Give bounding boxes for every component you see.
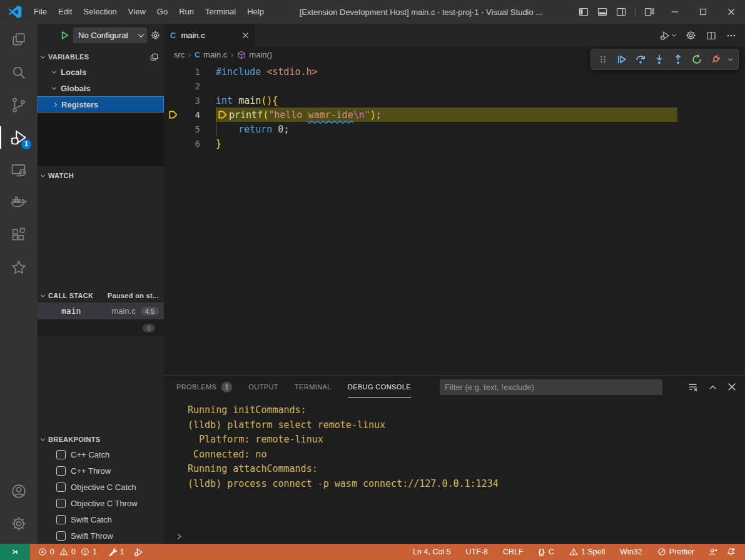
toolbar-drag-grip[interactable] [595,51,611,68]
code-line-2[interactable]: 2 [164,79,745,93]
customize-layout-icon[interactable] [644,7,654,17]
breakpoint-checkbox[interactable] [56,499,66,508]
continue-icon[interactable] [614,51,630,68]
step-out-icon[interactable] [670,51,686,68]
close-tab-icon[interactable] [242,32,249,39]
step-over-icon[interactable] [632,51,649,68]
platform-status[interactable]: Win32 [616,548,646,556]
spell-checker-status[interactable]: 1 Spell [565,548,609,556]
stack-frame-row[interactable]: main main.c 4:5 [38,302,164,319]
notifications-bell-icon[interactable] [722,548,740,557]
activity-bar: 1 [0,24,38,544]
menu-item[interactable]: File [28,0,53,24]
star-icon[interactable] [0,251,38,284]
chevron-down-icon [41,436,45,441]
menu-item[interactable]: Run [173,0,200,24]
source-control-icon[interactable] [0,89,38,121]
variables-locals-row[interactable]: Locals [38,64,164,80]
debug-launch-status-icon[interactable] [129,544,148,560]
variables-globals-row[interactable]: Globals [38,80,164,96]
code-line-6[interactable]: 6 } [164,136,745,151]
chevron-down-icon[interactable] [728,56,732,61]
menu-item[interactable]: View [123,0,151,24]
debug-console-output[interactable]: Running initCommands:(lldb) platform sel… [164,398,745,529]
breakpoint-checkbox[interactable] [56,466,66,476]
breakpoint-item[interactable]: Objective C Throw [38,495,164,511]
menu-item[interactable]: Go [151,0,173,24]
search-icon[interactable] [0,56,38,89]
breakpoint-checkbox[interactable] [56,450,66,459]
breakpoint-checkbox[interactable] [56,515,66,524]
breadcrumb-folder[interactable]: src [174,50,185,59]
problems-status[interactable]: 0 0 1 [34,548,99,556]
close-panel-icon[interactable] [727,382,736,391]
menu-item[interactable]: Edit [53,0,78,24]
debug-settings-gear-icon[interactable] [151,31,160,40]
clear-console-icon[interactable] [687,382,698,392]
console-filter-input[interactable] [440,379,662,395]
extensions-icon[interactable] [0,219,38,251]
explorer-icon[interactable] [0,24,38,56]
thread-row[interactable]: 0 [38,319,164,336]
remote-explorer-icon[interactable] [0,154,38,186]
more-actions-icon[interactable] [726,31,736,41]
watch-section-header[interactable]: WATCH [38,169,164,182]
maximize-button[interactable] [689,0,717,24]
disconnect-icon[interactable] [707,51,724,68]
breakpoints-section-header[interactable]: BREAKPOINTS [38,432,164,446]
breakpoint-item[interactable]: Swift Catch [38,511,164,528]
code-line-5[interactable]: 5 return 0; [164,122,745,136]
tab-terminal[interactable]: TERMINAL [295,376,332,398]
debug-configuration-dropdown[interactable]: No Configurat [73,28,147,43]
toggle-sidebar-icon[interactable] [579,7,589,17]
tools-status[interactable]: 1 [104,544,129,560]
language-mode-status[interactable]: C [534,548,559,556]
tab-output[interactable]: OUTPUT [248,376,278,398]
tab-main-c[interactable]: C main.c [164,24,255,47]
menu-item[interactable]: Selection [78,0,122,24]
call-stack-section-header[interactable]: CALL STACK Paused on st... [38,289,164,302]
code-line-4-current[interactable]: 4 printf("hello wamr-ide\n"); [164,108,745,122]
breakpoint-checkbox[interactable] [56,531,66,541]
debug-current-line-gutter-icon[interactable] [164,110,181,119]
step-into-icon[interactable] [651,51,667,68]
breakpoint-item[interactable]: C++ Catch [38,446,164,462]
menu-item[interactable]: Terminal [200,0,241,24]
console-input-row[interactable] [164,529,745,544]
breakpoint-checkbox[interactable] [56,482,66,492]
breakpoint-item[interactable]: Objective C Catch [38,479,164,495]
toggle-secondary-sidebar-icon[interactable] [616,7,626,17]
toggle-panel-icon[interactable] [597,7,607,17]
variables-section-header[interactable]: VARIABLES [38,50,164,64]
remote-indicator[interactable] [0,544,30,560]
breakpoint-item[interactable]: Swift Throw [38,528,164,544]
copy-value-icon[interactable] [150,52,159,62]
feedback-icon[interactable] [704,548,722,557]
settings-gear-icon[interactable] [0,508,38,540]
eol-status[interactable]: CRLF [499,548,528,556]
run-and-debug-icon[interactable]: 1 [0,121,38,154]
menu-item[interactable]: Help [241,0,270,24]
minimize-button[interactable] [661,0,689,24]
run-or-debug-icon[interactable] [659,30,676,41]
start-debug-icon[interactable] [60,31,69,40]
code-editor[interactable]: 1 #include <stdio.h> 2 3 int main(){ 4 [164,62,745,375]
formatter-status[interactable]: Prettier [653,548,699,556]
cursor-position-status[interactable]: Ln 4, Col 5 [408,548,455,556]
tab-problems[interactable]: PROBLEMS 1 [176,376,232,398]
split-editor-icon[interactable] [706,31,716,41]
code-line-3[interactable]: 3 int main(){ [164,93,745,108]
breakpoint-label: C++ Catch [71,450,109,459]
maximize-panel-icon[interactable] [708,382,717,392]
breadcrumb-file[interactable]: main.c [203,50,227,59]
breakpoint-item[interactable]: C++ Throw [38,462,164,479]
editor-settings-gear-icon[interactable] [686,30,696,41]
close-window-button[interactable] [717,0,745,24]
variables-registers-row[interactable]: Registers [38,96,164,112]
restart-icon[interactable] [689,51,705,68]
docker-icon[interactable] [0,186,38,219]
tab-debug-console[interactable]: DEBUG CONSOLE [348,376,411,398]
accounts-icon[interactable] [0,475,38,508]
encoding-status[interactable]: UTF-8 [462,548,492,556]
breadcrumb-symbol[interactable]: main() [249,50,272,59]
